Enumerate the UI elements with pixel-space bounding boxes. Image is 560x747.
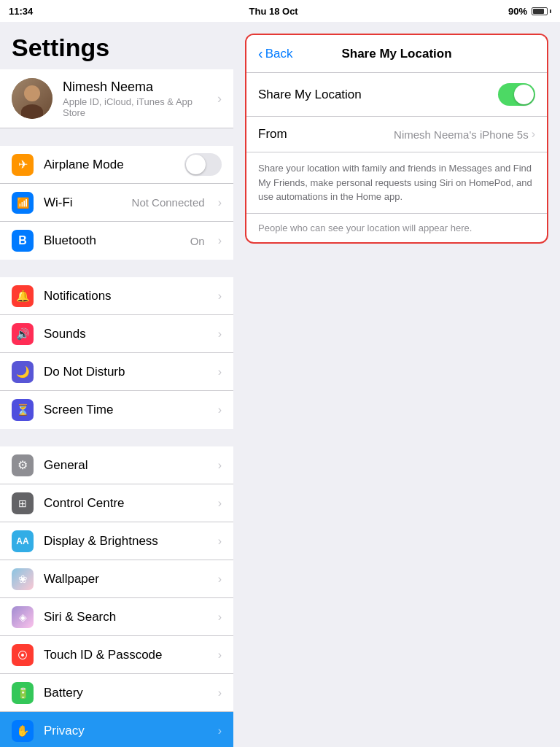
- row-wifi[interactable]: 📶 Wi-Fi Not Connected ›: [0, 184, 233, 222]
- donotdisturb-label: Do Not Disturb: [44, 365, 208, 379]
- bluetooth-chevron: ›: [218, 234, 222, 247]
- sounds-label: Sounds: [44, 327, 208, 341]
- row-touchid[interactable]: ⦿ Touch ID & Passcode ›: [0, 636, 233, 674]
- wallpaper-icon: ❀: [12, 568, 34, 590]
- right-panel: ‹ Back Share My Location Share My Locati…: [233, 22, 560, 747]
- people-note: People who can see your location will ap…: [246, 214, 547, 242]
- battery-label: Battery: [44, 686, 208, 700]
- touchid-chevron: ›: [218, 649, 222, 662]
- from-chevron: ›: [532, 128, 535, 141]
- bluetooth-label: Bluetooth: [44, 233, 180, 248]
- share-toggle-row: Share My Location: [246, 73, 547, 117]
- wifi-chevron: ›: [218, 196, 222, 209]
- sounds-icon: 🔊: [12, 323, 34, 345]
- main-layout: Settings Nimesh Neema Apple ID, iCloud, …: [0, 22, 560, 747]
- back-label: Back: [265, 47, 293, 61]
- row-wallpaper[interactable]: ❀ Wallpaper ›: [0, 560, 233, 598]
- airplane-label: Airplane Mode: [44, 158, 174, 172]
- controlcentre-label: Control Centre: [44, 496, 208, 511]
- wallpaper-chevron: ›: [218, 573, 222, 586]
- row-displaybrightness[interactable]: AA Display & Brightness ›: [0, 522, 233, 560]
- bluetooth-value: On: [190, 235, 205, 247]
- back-button[interactable]: ‹ Back: [258, 45, 309, 62]
- share-my-location-toggle[interactable]: [498, 83, 535, 106]
- sirisearch-chevron: ›: [218, 611, 222, 624]
- settings-header: Settings: [0, 22, 233, 69]
- wallpaper-label: Wallpaper: [44, 572, 208, 587]
- from-label: From: [258, 127, 302, 142]
- general-label: General: [44, 458, 208, 473]
- privacy-icon: ✋: [12, 720, 34, 742]
- group-alerts-inner: 🔔 Notifications › 🔊 Sounds › 🌙: [0, 277, 233, 429]
- touchid-icon: ⦿: [12, 644, 34, 666]
- privacy-chevron: ›: [218, 724, 222, 738]
- group-alerts: 🔔 Notifications › 🔊 Sounds › 🌙: [0, 277, 233, 429]
- status-bar: 11:34 Thu 18 Oct 90%: [0, 0, 560, 22]
- battery-row-icon: 🔋: [12, 682, 34, 704]
- displaybrightness-icon: AA: [12, 530, 34, 552]
- row-screentime[interactable]: ⏳ Screen Time ›: [0, 391, 233, 429]
- status-date: Thu 18 Oct: [249, 6, 298, 17]
- group-system: ⚙ General › ⊞ Control Centre › AA: [0, 446, 233, 747]
- status-time: 11:34: [9, 6, 33, 17]
- screentime-icon: ⏳: [12, 399, 34, 421]
- settings-title: Settings: [12, 34, 222, 62]
- displaybrightness-chevron: ›: [218, 535, 222, 548]
- row-battery[interactable]: 🔋 Battery ›: [0, 674, 233, 712]
- sirisearch-icon: ◈: [12, 606, 34, 628]
- battery-row-chevron: ›: [218, 686, 222, 700]
- back-chevron-icon: ‹: [258, 45, 263, 62]
- notifications-label: Notifications: [44, 289, 208, 303]
- sounds-chevron: ›: [218, 328, 222, 341]
- wifi-value: Not Connected: [132, 196, 205, 209]
- touchid-label: Touch ID & Passcode: [44, 648, 208, 662]
- notifications-chevron: ›: [218, 290, 222, 303]
- group-connectivity-inner: ✈ Airplane Mode 📶 Wi-Fi Not Connected ›: [0, 146, 233, 260]
- profile-row[interactable]: Nimesh Neema Apple ID, iCloud, iTunes & …: [0, 69, 233, 128]
- screentime-chevron: ›: [218, 403, 222, 417]
- airplane-icon: ✈: [12, 154, 34, 176]
- general-icon: ⚙: [12, 454, 34, 476]
- share-toggle-label: Share My Location: [258, 88, 498, 102]
- settings-panel: Settings Nimesh Neema Apple ID, iCloud, …: [0, 22, 233, 747]
- profile-subtitle: Apple ID, iCloud, iTunes & App Store: [63, 96, 207, 118]
- wifi-icon: 📶: [12, 192, 34, 214]
- row-sounds[interactable]: 🔊 Sounds ›: [0, 315, 233, 353]
- battery-percent: 90%: [508, 6, 527, 17]
- screentime-label: Screen Time: [44, 403, 208, 417]
- row-donotdisturb[interactable]: 🌙 Do Not Disturb ›: [0, 353, 233, 391]
- profile-name: Nimesh Neema: [63, 80, 207, 95]
- row-controlcentre[interactable]: ⊞ Control Centre ›: [0, 484, 233, 522]
- group-connectivity: ✈ Airplane Mode 📶 Wi-Fi Not Connected ›: [0, 146, 233, 260]
- notifications-icon: 🔔: [12, 285, 34, 307]
- bluetooth-icon: B: [12, 230, 34, 252]
- group-system-inner: ⚙ General › ⊞ Control Centre › AA: [0, 446, 233, 747]
- status-bar-right: 90%: [508, 6, 551, 17]
- detail-header: ‹ Back Share My Location: [246, 35, 547, 73]
- row-airplane[interactable]: ✈ Airplane Mode: [0, 146, 233, 184]
- controlcentre-chevron: ›: [218, 497, 222, 510]
- row-sirisearch[interactable]: ◈ Siri & Search ›: [0, 598, 233, 636]
- donotdisturb-icon: 🌙: [12, 361, 34, 383]
- avatar: [12, 78, 52, 119]
- row-notifications[interactable]: 🔔 Notifications ›: [0, 277, 233, 315]
- controlcentre-icon: ⊞: [12, 492, 34, 514]
- profile-info: Nimesh Neema Apple ID, iCloud, iTunes & …: [63, 80, 207, 118]
- wifi-label: Wi-Fi: [44, 196, 122, 210]
- detail-card: ‹ Back Share My Location Share My Locati…: [245, 34, 548, 244]
- airplane-toggle[interactable]: [184, 153, 222, 176]
- row-general[interactable]: ⚙ General ›: [0, 446, 233, 484]
- donotdisturb-chevron: ›: [218, 365, 222, 379]
- general-chevron: ›: [218, 459, 222, 472]
- detail-title: Share My Location: [309, 47, 484, 61]
- sirisearch-label: Siri & Search: [44, 610, 208, 624]
- displaybrightness-label: Display & Brightness: [44, 534, 208, 549]
- profile-chevron: ›: [217, 91, 222, 107]
- privacy-label: Privacy: [44, 724, 208, 738]
- from-value: Nimesh Neema's iPhone 5s: [302, 128, 529, 141]
- from-row[interactable]: From Nimesh Neema's iPhone 5s ›: [246, 117, 547, 152]
- share-description: Share your location with family and frie…: [246, 152, 547, 214]
- battery-icon: [532, 7, 551, 15]
- row-privacy[interactable]: ✋ Privacy ›: [0, 712, 233, 747]
- row-bluetooth[interactable]: B Bluetooth On ›: [0, 222, 233, 260]
